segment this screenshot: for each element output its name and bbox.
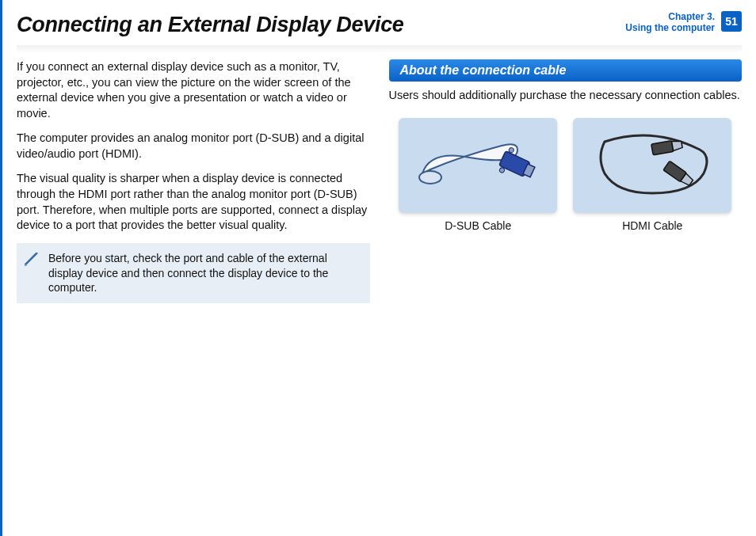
cable-card-dsub: D-SUB Cable xyxy=(399,118,557,232)
right-column: About the connection cable Users should … xyxy=(389,59,743,303)
cable-row: D-SUB Cable xyxy=(389,118,743,232)
page-number-badge: 51 xyxy=(721,11,742,32)
svg-point-0 xyxy=(419,171,441,184)
page-header: Connecting an External Display Device Ch… xyxy=(17,10,742,37)
left-column: If you connect an external display devic… xyxy=(17,59,370,303)
cable-caption: HDMI Cable xyxy=(573,219,731,232)
hdmi-cable-illustration xyxy=(573,118,731,213)
chapter-number: Chapter 3. xyxy=(625,11,715,22)
dsub-cable-illustration xyxy=(399,118,557,213)
svg-rect-6 xyxy=(651,140,674,154)
section-subheader: About the connection cable xyxy=(389,59,743,82)
paragraph: If you connect an external display devic… xyxy=(17,59,370,121)
paragraph: Users should additionally purchase the n… xyxy=(389,88,743,104)
cable-caption: D-SUB Cable xyxy=(399,219,557,232)
paragraph: The visual quality is sharper when a dis… xyxy=(17,171,370,233)
chapter-label: Chapter 3. Using the computer xyxy=(625,11,715,34)
manual-page: Connecting an External Display Device Ch… xyxy=(0,0,756,536)
note-text: Before you start, check the port and cab… xyxy=(48,252,328,295)
note-box: Before you start, check the port and cab… xyxy=(17,243,370,304)
chapter-name: Using the computer xyxy=(625,22,715,33)
header-shadow xyxy=(17,45,742,53)
cable-card-hdmi: HDMI Cable xyxy=(573,118,731,232)
content-columns: If you connect an external display devic… xyxy=(17,59,742,303)
paragraph: The computer provides an analog monitor … xyxy=(17,131,370,162)
page-title: Connecting an External Display Device xyxy=(17,13,404,37)
note-icon xyxy=(23,251,40,268)
chapter-block: Chapter 3. Using the computer 51 xyxy=(625,11,742,34)
